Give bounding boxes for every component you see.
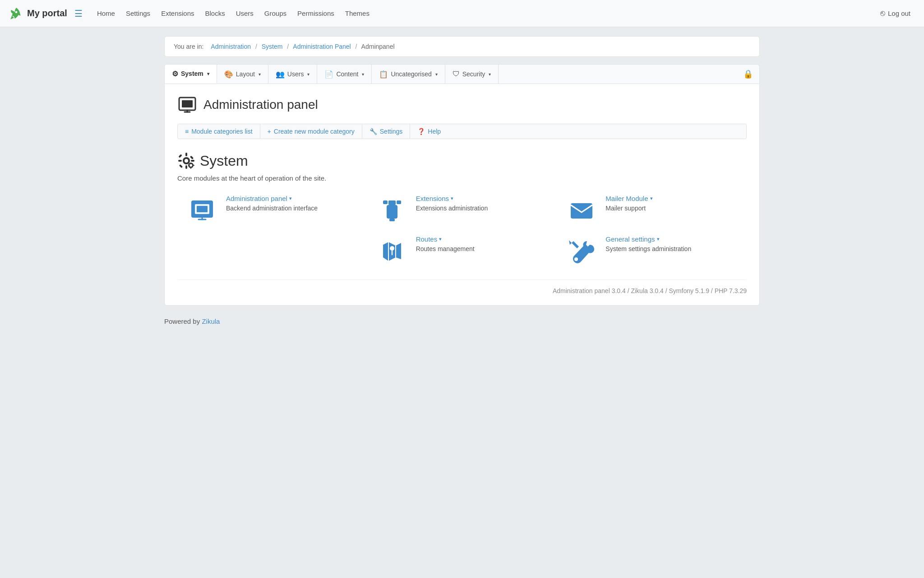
routes-module-link[interactable]: Routes ▾: [416, 235, 548, 243]
svg-rect-18: [193, 165, 194, 166]
mailer-module-name: Mailer Module: [605, 195, 648, 202]
svg-rect-17: [188, 165, 190, 166]
tab-layout[interactable]: 🎨 Layout ▾: [217, 65, 268, 84]
general-settings-module-info: General settings ▾ System settings admin…: [605, 235, 738, 254]
extensions-module-desc: Extensions administration: [416, 204, 548, 213]
tab-uncategorised-label: Uncategorised: [391, 70, 431, 78]
svg-rect-12: [190, 156, 194, 159]
nav-permissions[interactable]: Permissions: [293, 7, 339, 20]
general-settings-module-icon: [566, 235, 597, 267]
general-settings-module-desc: System settings administration: [605, 245, 738, 254]
chevron-down-icon: ▾: [435, 72, 438, 77]
rocket-icon: [9, 6, 23, 21]
breadcrumb-admin-panel[interactable]: Administration Panel: [293, 43, 351, 50]
lock-button[interactable]: 🔒: [737, 65, 759, 84]
nav-extensions[interactable]: Extensions: [157, 7, 199, 20]
help-btn[interactable]: ❓ Help: [410, 124, 448, 139]
mailer-module-link[interactable]: Mailer Module ▾: [605, 195, 738, 202]
breadcrumb-system[interactable]: System: [262, 43, 283, 50]
tab-uncategorised[interactable]: 📋 Uncategorised ▾: [372, 65, 445, 84]
logout-label: Log out: [888, 9, 910, 17]
section-title: System: [200, 153, 248, 169]
svg-point-4: [185, 159, 188, 163]
navbar: My portal ☰ Home Settings Extensions Blo…: [0, 0, 924, 27]
tab-spacer: [499, 65, 737, 84]
chevron-down-icon: ▾: [207, 71, 209, 76]
nav-users[interactable]: Users: [231, 7, 258, 20]
file-alt-icon: 📋: [379, 70, 388, 79]
svg-rect-23: [383, 200, 388, 204]
svg-point-0: [15, 11, 18, 13]
nav-themes[interactable]: Themes: [341, 7, 374, 20]
module-grid: Administration panel ▾ Backend administr…: [177, 195, 747, 267]
routes-module-icon: [376, 235, 408, 267]
svg-rect-21: [197, 206, 208, 212]
mailer-module-icon: [566, 195, 597, 226]
chevron-down-icon: ▾: [489, 72, 491, 77]
svg-rect-16: [190, 167, 191, 169]
brand: My portal: [9, 6, 67, 21]
routes-module-name: Routes: [416, 235, 438, 243]
nav-groups[interactable]: Groups: [260, 7, 291, 20]
list-item: Administration panel ▾ Backend administr…: [186, 195, 358, 226]
nav-home[interactable]: Home: [92, 7, 120, 20]
extensions-module-name: Extensions: [416, 195, 449, 202]
routes-module-info: Routes ▾ Routes management: [416, 235, 548, 254]
system-section-icon: [177, 152, 195, 170]
admin-module-icon: [186, 195, 218, 226]
dropdown-caret: ▾: [657, 236, 660, 242]
file-icon: 📄: [324, 70, 333, 79]
tab-users[interactable]: 👥 Users ▾: [268, 65, 318, 84]
settings-label: Settings: [380, 128, 403, 135]
tab-security-label: Security: [462, 70, 485, 78]
dropdown-caret: ▾: [289, 196, 292, 201]
dropdown-caret: ▾: [451, 196, 453, 201]
general-settings-module-link[interactable]: General settings ▾: [605, 235, 738, 243]
tab-system[interactable]: ⚙ System ▾: [165, 65, 217, 84]
svg-rect-25: [387, 205, 397, 219]
section-heading: System: [177, 152, 747, 170]
mailer-module-info: Mailer Module ▾ Mailer support: [605, 195, 738, 213]
breadcrumb: You are in: Administration / System / Ad…: [164, 36, 760, 57]
hamburger-icon[interactable]: ☰: [74, 8, 83, 19]
shield-icon: 🛡: [453, 70, 460, 78]
svg-rect-24: [397, 200, 401, 204]
list-icon: ≡: [185, 128, 189, 135]
lock-icon: 🔒: [743, 69, 753, 79]
nav-blocks[interactable]: Blocks: [201, 7, 230, 20]
svg-rect-7: [178, 160, 182, 162]
list-item: Extensions ▾ Extensions administration: [376, 195, 548, 226]
section-description: Core modules at the heart of operation o…: [177, 174, 747, 182]
list-item: Routes ▾ Routes management: [376, 235, 548, 267]
extensions-module-link[interactable]: Extensions ▾: [416, 195, 548, 202]
tab-content-label: Content: [336, 70, 358, 78]
tab-security[interactable]: 🛡 Security ▾: [445, 65, 499, 84]
question-icon: ❓: [417, 128, 425, 135]
tab-content[interactable]: 📄 Content ▾: [317, 65, 372, 84]
admin-module-link[interactable]: Administration panel ▾: [226, 195, 358, 202]
dropdown-caret: ▾: [650, 196, 653, 201]
main-wrapper: You are in: Administration / System / Ad…: [155, 36, 769, 332]
routes-module-desc: Routes management: [416, 245, 548, 254]
panel-footer: Administration panel 3.0.4 / Zikula 3.0.…: [177, 280, 747, 294]
page-footer-link[interactable]: Zikula: [202, 317, 220, 325]
extensions-module-info: Extensions ▾ Extensions administration: [416, 195, 548, 213]
create-new-module-category-btn[interactable]: + Create new module category: [260, 124, 362, 139]
create-new-module-category-label: Create new module category: [274, 128, 355, 135]
page-title-row: Administration panel: [177, 95, 747, 115]
content-panel: Administration panel ≡ Module categories…: [164, 84, 760, 306]
navbar-links: Home Settings Extensions Blocks Users Gr…: [92, 7, 873, 20]
module-categories-list-btn[interactable]: ≡ Module categories list: [178, 124, 260, 139]
page-title: Administration panel: [203, 98, 318, 112]
tab-container: ⚙ System ▾ 🎨 Layout ▾ 👥 Users ▾ 📄 Conten…: [164, 64, 760, 306]
svg-rect-2: [182, 100, 193, 107]
list-item: General settings ▾ System settings admin…: [566, 235, 738, 267]
extensions-module-icon: [376, 195, 408, 226]
nav-settings[interactable]: Settings: [121, 7, 155, 20]
svg-rect-15: [190, 163, 191, 164]
logout-button[interactable]: ⎋ Log out: [876, 6, 915, 21]
breadcrumb-current: Adminpanel: [361, 43, 395, 50]
tab-users-label: Users: [287, 70, 304, 78]
settings-btn[interactable]: 🔧 Settings: [362, 124, 411, 139]
breadcrumb-administration[interactable]: Administration: [211, 43, 251, 50]
